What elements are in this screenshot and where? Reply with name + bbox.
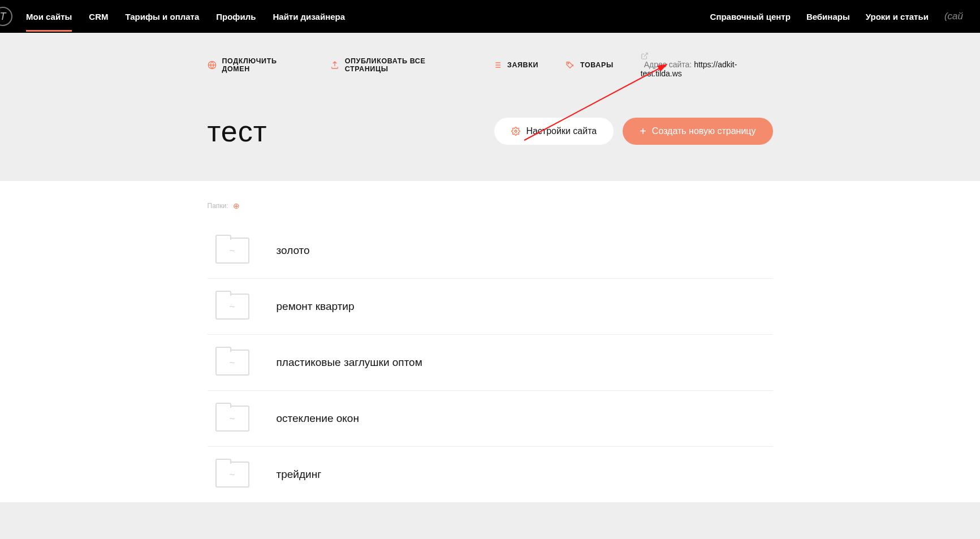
button-label: Настройки сайта bbox=[526, 126, 597, 136]
folder-icon: ~ bbox=[215, 350, 249, 376]
nav-find-designer[interactable]: Найти дизайнера bbox=[273, 2, 345, 32]
list-icon bbox=[493, 61, 502, 70]
button-label: Создать новую страницу bbox=[652, 126, 756, 136]
action-label: ОПУБЛИКОВАТЬ ВСЕ СТРАНИЦЫ bbox=[345, 57, 465, 73]
svg-point-3 bbox=[515, 130, 517, 132]
plus-icon: + bbox=[640, 126, 646, 137]
folder-row[interactable]: ~ остекление окон bbox=[208, 391, 773, 447]
folder-name: золото bbox=[277, 244, 310, 257]
action-bar: ПОДКЛЮЧИТЬ ДОМЕН ОПУБЛИКОВАТЬ ВСЕ СТРАНИ… bbox=[208, 52, 773, 78]
folder-name: остекление окон bbox=[277, 412, 359, 425]
action-leads[interactable]: ЗАЯВКИ bbox=[493, 61, 538, 70]
action-label: ТОВАРЫ bbox=[580, 61, 614, 69]
folder-icon: ~ bbox=[215, 406, 249, 432]
title-buttons: Настройки сайта + Создать новую страницу bbox=[494, 118, 772, 145]
svg-point-1 bbox=[568, 63, 569, 64]
folder-name: ремонт квартир bbox=[277, 300, 355, 313]
nav-my-sites[interactable]: Мои сайты bbox=[26, 2, 72, 32]
folders-header: Папки: ⊕ bbox=[208, 201, 773, 210]
site-address-label: Адрес сайта: bbox=[644, 60, 692, 69]
title-bar: тест Настройки сайта + Создать новую стр… bbox=[208, 114, 773, 148]
top-nav: T Мои сайты CRM Тарифы и оплата Профиль … bbox=[0, 0, 980, 33]
action-products[interactable]: ТОВАРЫ bbox=[565, 61, 614, 70]
nav-profile[interactable]: Профиль bbox=[216, 2, 256, 32]
site-address: Адрес сайта: https://adkit-test.tilda.ws bbox=[641, 52, 773, 78]
nav-billing[interactable]: Тарифы и оплата bbox=[125, 2, 199, 32]
upload-icon bbox=[330, 61, 339, 70]
external-link-icon bbox=[641, 52, 773, 60]
folder-row[interactable]: ~ золото bbox=[208, 223, 773, 279]
tag-icon bbox=[565, 61, 575, 70]
create-page-button[interactable]: + Создать новую страницу bbox=[623, 118, 772, 145]
nav-webinars[interactable]: Вебинары bbox=[806, 12, 850, 21]
folder-icon: ~ bbox=[215, 462, 249, 488]
nav-right: Справочный центр Вебинары Уроки и статьи… bbox=[710, 11, 963, 22]
folder-row[interactable]: ~ трейдинг bbox=[208, 447, 773, 502]
folder-icon: ~ bbox=[215, 238, 249, 264]
folder-row[interactable]: ~ пластиковые заглушки оптом bbox=[208, 335, 773, 391]
nav-trailing-text: (сай bbox=[944, 11, 963, 22]
folder-row[interactable]: ~ ремонт квартир bbox=[208, 279, 773, 335]
folder-name: пластиковые заглушки оптом bbox=[277, 356, 422, 369]
site-settings-button[interactable]: Настройки сайта bbox=[494, 118, 614, 145]
folders-label-text: Папки: bbox=[208, 202, 228, 210]
nav-left: Мои сайты CRM Тарифы и оплата Профиль На… bbox=[26, 2, 345, 32]
hero-section: ПОДКЛЮЧИТЬ ДОМЕН ОПУБЛИКОВАТЬ ВСЕ СТРАНИ… bbox=[0, 33, 980, 181]
nav-help-center[interactable]: Справочный центр bbox=[710, 12, 791, 21]
action-connect-domain[interactable]: ПОДКЛЮЧИТЬ ДОМЕН bbox=[208, 57, 303, 73]
action-publish-all[interactable]: ОПУБЛИКОВАТЬ ВСЕ СТРАНИЦЫ bbox=[330, 57, 465, 73]
action-label: ПОДКЛЮЧИТЬ ДОМЕН bbox=[222, 57, 303, 73]
logo[interactable]: T bbox=[0, 7, 12, 26]
add-folder-icon[interactable]: ⊕ bbox=[233, 201, 240, 210]
content-area: Папки: ⊕ ~ золото ~ ремонт квартир ~ пла… bbox=[0, 181, 980, 502]
gear-icon bbox=[511, 127, 520, 136]
folder-icon: ~ bbox=[215, 294, 249, 320]
nav-crm[interactable]: CRM bbox=[89, 2, 108, 32]
nav-articles[interactable]: Уроки и статьи bbox=[866, 12, 929, 21]
action-label: ЗАЯВКИ bbox=[507, 61, 538, 69]
site-title: тест bbox=[208, 114, 267, 148]
folder-name: трейдинг bbox=[277, 468, 322, 481]
globe-icon bbox=[208, 61, 217, 70]
